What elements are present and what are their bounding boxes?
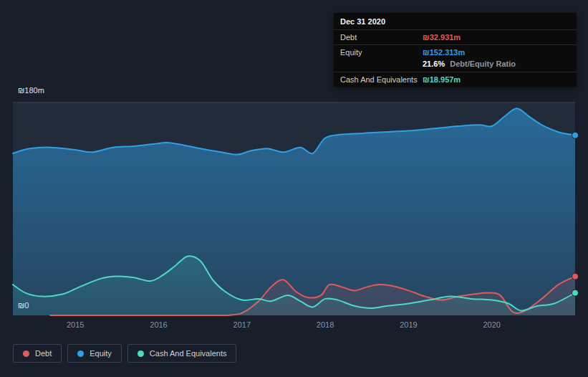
- chart-tooltip: Dec 31 2020 Debt ₪32.931m Equity ₪152.31…: [334, 13, 577, 87]
- tooltip-cash-value: ₪18.957m: [423, 75, 461, 84]
- debt-equity-chart-panel: 201520162017201820192020 ₪180m ₪0 Dec 31…: [0, 0, 588, 377]
- equity-dot-icon: [77, 350, 84, 357]
- tooltip-equity-row: Equity ₪152.313m: [334, 45, 577, 59]
- tooltip-equity-label: Equity: [340, 48, 423, 57]
- cash-and-equivalents-dot-icon: [138, 350, 144, 357]
- tooltip-ratio-label: Debt/Equity Ratio: [450, 59, 516, 68]
- chart-legend: DebtEquityCash And Equivalents: [13, 344, 236, 363]
- tooltip-cash-label: Cash And Equivalents: [340, 75, 423, 84]
- legend-label: Cash And Equivalents: [150, 349, 227, 358]
- x-tick-label: 2016: [150, 320, 167, 329]
- tooltip-ratio-row: 21.6% Debt/Equity Ratio: [334, 59, 577, 72]
- tooltip-equity-value: ₪152.313m: [423, 48, 465, 57]
- tooltip-date: Dec 31 2020: [334, 13, 577, 29]
- x-tick-label: 2019: [400, 320, 417, 329]
- y-axis-zero-label: ₪0: [18, 301, 29, 310]
- x-tick-label: 2017: [233, 320, 251, 329]
- tooltip-cash-row: Cash And Equivalents ₪18.957m: [334, 72, 577, 87]
- cash-and-equivalents-end-dot[interactable]: [572, 290, 579, 296]
- tooltip-debt-row: Debt ₪32.931m: [334, 30, 577, 44]
- debt-dot-icon: [23, 350, 29, 357]
- y-axis-max-label: ₪180m: [18, 86, 44, 95]
- tooltip-debt-value: ₪32.931m: [423, 33, 461, 42]
- legend-item-debt[interactable]: Debt: [13, 344, 62, 363]
- tooltip-ratio-value: 21.6%: [423, 59, 445, 68]
- x-tick-label: 2015: [67, 320, 84, 329]
- debt-end-dot[interactable]: [572, 273, 579, 280]
- tooltip-debt-label: Debt: [340, 33, 423, 42]
- legend-item-cash-and-equivalents[interactable]: Cash And Equivalents: [127, 344, 237, 363]
- legend-item-equity[interactable]: Equity: [67, 344, 122, 363]
- x-tick-label: 2020: [483, 320, 500, 329]
- legend-label: Debt: [35, 349, 52, 358]
- equity-end-dot[interactable]: [572, 132, 579, 138]
- x-tick-label: 2018: [317, 320, 334, 329]
- legend-label: Equity: [90, 349, 112, 358]
